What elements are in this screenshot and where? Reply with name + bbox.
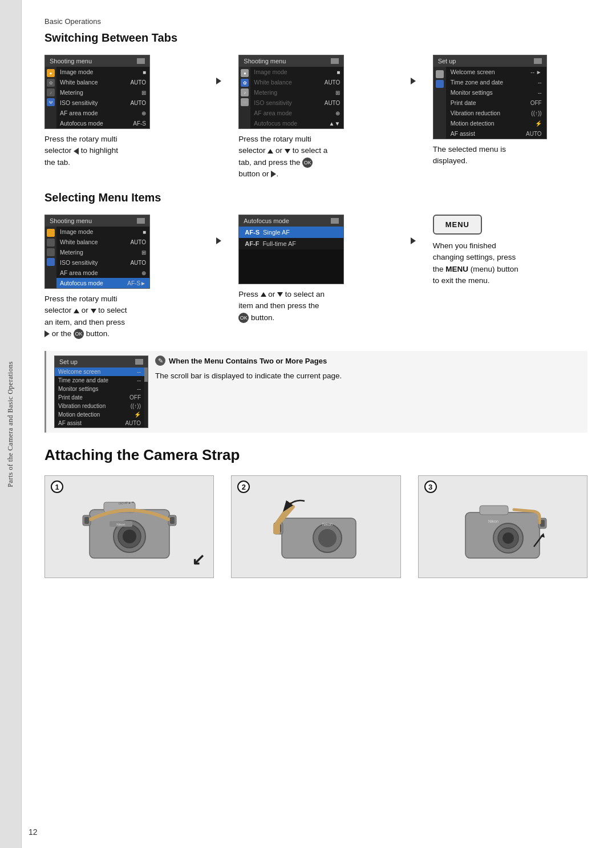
af-screen-header-icon xyxy=(331,218,339,224)
menu-row: Image mode ■ xyxy=(56,227,149,237)
sel-screen1-header-label: Shooting menu xyxy=(50,217,92,224)
af-row-highlighted: AF-S Single AF xyxy=(239,227,343,238)
af-screen-header-label: Autofocus mode xyxy=(244,217,289,224)
down-arrow3-icon xyxy=(277,292,283,297)
strap-step1: 1 Nikon xyxy=(44,475,214,578)
switching-screen1: Shooting menu ● ✿ ♪ Ψ Image xyxy=(44,55,150,129)
menu-row: ISO sensitivity AUTO xyxy=(250,98,343,108)
screen3-header-icon xyxy=(534,58,542,64)
note-screen-header: Set up xyxy=(55,356,148,368)
note-screen-rows: Welcome screen -- Time zone and date -- … xyxy=(55,368,144,427)
sel-screen1-header-icon xyxy=(137,218,145,224)
switching-desc2: Press the rotary multi selector or to se… xyxy=(238,134,393,180)
side-tab: Parts of the Camera and Basic Operations xyxy=(0,0,22,848)
screen3-body: Welcome screen -- ► Time zone and date -… xyxy=(433,67,546,139)
note-setup-row: Time zone and date -- xyxy=(55,376,144,385)
main-content: Basic Operations Switching Between Tabs … xyxy=(22,0,616,848)
forward-arrow2-icon xyxy=(411,78,416,84)
tab-icon-b: ✿ xyxy=(241,79,249,87)
strap-step3-illustration: Nikon xyxy=(445,490,560,564)
switching-screen3: Set up Welcome screen -- ► xyxy=(433,55,547,139)
svg-point-22 xyxy=(502,532,514,544)
up-arrow-icon xyxy=(268,149,273,154)
switching-screen2-col: Shooting menu ● ✿ ♪ Ψ Image mode xyxy=(238,55,393,180)
forward-arrow-icon xyxy=(216,78,221,84)
strap-step2-num: 2 xyxy=(237,480,250,493)
ok-button3-icon: OK xyxy=(238,313,249,323)
af-empty xyxy=(239,249,343,284)
setup-row: Vibration reduction ((↑)) xyxy=(446,108,546,118)
scroll-thumb xyxy=(144,368,148,382)
screen1-header-label: Shooting menu xyxy=(50,58,92,64)
setup-row: Welcome screen -- ► xyxy=(446,67,546,77)
svg-rect-8 xyxy=(84,517,89,524)
screen1-header: Shooting menu xyxy=(45,55,149,67)
menu-row: Autofocus mode ▲▼ xyxy=(250,118,343,128)
note-setup-row: Print date OFF xyxy=(55,393,144,402)
tab-icon-c: ♪ xyxy=(241,88,249,96)
tab-icons-2: ● ✿ ♪ Ψ xyxy=(239,67,250,128)
screen1-header-icon xyxy=(137,58,145,64)
tab-icon-d: Ψ xyxy=(241,98,249,106)
note-title: When the Menu Contains Two or More Pages xyxy=(169,357,327,365)
svg-point-16 xyxy=(318,529,337,547)
selecting-screen2-col: Autofocus mode AF-S Single AF AF-F Full-… xyxy=(238,215,393,324)
svg-text:Nikon: Nikon xyxy=(488,519,499,523)
svg-point-4 xyxy=(123,530,136,543)
note-body: The scroll bar is displayed to indicate … xyxy=(155,370,579,382)
screen3-header: Set up xyxy=(433,55,546,67)
page-number: 12 xyxy=(29,827,38,837)
arrow4-col xyxy=(411,215,416,244)
switching-desc1: Press the rotary multi selector to highl… xyxy=(44,134,199,168)
switching-screen3-col: Set up Welcome screen -- ► xyxy=(433,55,587,167)
svg-text:Nikon: Nikon xyxy=(116,523,125,526)
tab-icon-3: ♪ xyxy=(47,88,55,96)
switching-screen2: Shooting menu ● ✿ ♪ Ψ Image mode xyxy=(238,55,344,129)
up-arrow3-icon xyxy=(261,292,266,297)
tab-icon-4: Ψ xyxy=(47,98,55,106)
screen2-header-icon xyxy=(331,58,339,64)
tab-icon-3b xyxy=(436,80,444,88)
setup-row: Monitor settings -- xyxy=(446,87,546,98)
menu-row: AF area mode ⊕ xyxy=(56,108,149,118)
menu-row: Metering ⊞ xyxy=(250,87,343,98)
note-setup-row: Vibration reduction ((↑)) xyxy=(55,402,144,410)
strap-step3-num: 3 xyxy=(424,480,437,493)
strap-step2: 2 xyxy=(231,475,400,578)
tab-icons-3 xyxy=(433,67,446,139)
tab-icon-2: ✿ xyxy=(47,79,55,87)
note-setup-row: AF assist AUTO xyxy=(55,419,144,427)
switching-screen1-col: Shooting menu ● ✿ ♪ Ψ Image xyxy=(44,55,199,168)
screen2-body: ● ✿ ♪ Ψ Image mode ■ White balance xyxy=(239,67,343,128)
menu-button-wrapper: MENU xyxy=(433,215,587,235)
menu-row: ISO sensitivity AUTO xyxy=(56,257,149,268)
selecting-desc1: Press the rotary multi selector or to se… xyxy=(44,293,199,340)
note-title-row: ✎ When the Menu Contains Two or More Pag… xyxy=(155,356,579,366)
selecting-screen1-col: Shooting menu Image mode xyxy=(44,215,199,340)
down-arrow-icon xyxy=(285,149,290,154)
menu-row: AF area mode ⊕ xyxy=(250,108,343,118)
menu-row: White balance AUTO xyxy=(56,237,149,247)
up-arrow2-icon xyxy=(74,309,79,313)
note-box: Set up Welcome screen -- Time zone and xyxy=(44,351,587,433)
right-arrow2-icon xyxy=(44,330,50,337)
strap-step1-arrow: ↙ xyxy=(192,550,205,569)
scroll-bar xyxy=(144,368,148,427)
arrow1-col xyxy=(216,55,221,84)
sel-tab-icons xyxy=(45,227,56,288)
note-screen-header-label: Set up xyxy=(59,358,78,365)
page-container: Parts of the Camera and Basic Operations… xyxy=(0,0,616,848)
right-arrow-icon xyxy=(271,171,276,177)
sel-tab-icon-2 xyxy=(47,239,55,247)
screen2-rows: Image mode ■ White balance AUTO Metering… xyxy=(250,67,343,128)
setup-row: AF assist AUTO xyxy=(446,128,546,139)
svg-rect-10 xyxy=(170,517,175,524)
svg-text:Nikon: Nikon xyxy=(322,522,333,526)
forward-arrow4-icon xyxy=(411,237,416,244)
arrow2-col xyxy=(411,55,416,84)
menu-row: White balance AUTO xyxy=(250,77,343,87)
note-screen-header-icon xyxy=(135,359,143,365)
setup-row: Print date OFF xyxy=(446,98,546,108)
menu-row-highlighted: Autofocus mode AF-S► xyxy=(56,278,149,288)
note-setup-row: Motion detection ⚡ xyxy=(55,410,144,419)
